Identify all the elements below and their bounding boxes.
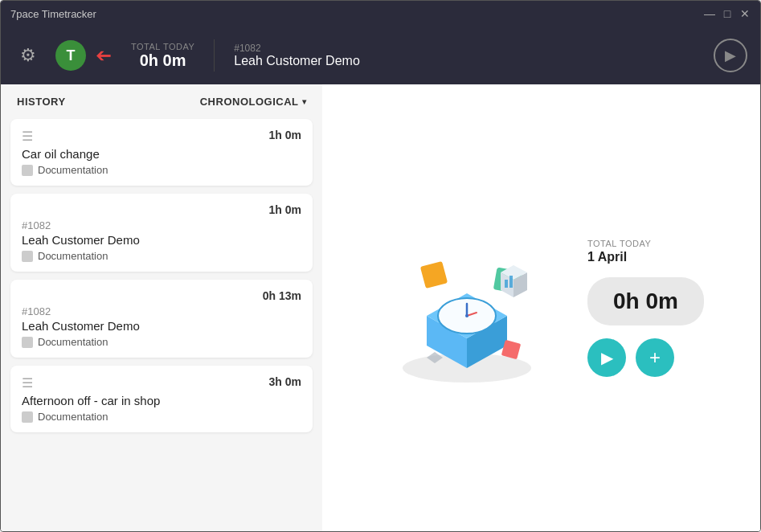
play-button[interactable]: ▶ [587,338,626,377]
stats-total-label: TOTAL TODAY [587,239,651,248]
add-button[interactable]: + [636,338,674,377]
sort-label: CHRONOLOGICAL [200,96,299,108]
history-item-top: 1h 0m [22,203,301,216]
svg-rect-9 [420,261,448,289]
sort-button[interactable]: CHRONOLOGICAL ▾ [200,96,306,108]
arrow-icon: ➔ [96,44,112,67]
history-item-title: Leah Customer Demo [22,319,301,333]
history-item-top: ☰ 1h 0m [22,129,301,144]
total-today-header: TOTAL TODAY 0h 0m [131,42,194,70]
close-button[interactable]: ✕ [739,8,751,19]
history-item-title: Car oil change [22,147,301,161]
list-item[interactable]: 0h 13m #1082 Leah Customer Demo Document… [10,280,313,358]
tag-color-swatch [22,251,33,262]
svg-rect-14 [505,280,508,288]
header-divider [214,39,215,72]
total-today-header-label: TOTAL TODAY [131,42,194,51]
svg-point-8 [465,314,468,317]
chevron-down-icon: ▾ [302,97,307,106]
avatar[interactable]: T [55,40,86,71]
history-item-tag: Documentation [22,336,301,348]
tag-label: Documentation [38,411,108,423]
svg-rect-15 [509,276,513,288]
history-item-duration: 1h 0m [269,129,301,141]
minimize-button[interactable]: — [704,8,715,19]
history-item-title: Afternoon off - car in shop [22,394,301,407]
right-panel: TOTAL TODAY 1 April 0h 0m ▶ + [322,84,760,531]
comment-icon: ☰ [22,129,33,144]
history-item-tag: Documentation [22,411,301,423]
maximize-button[interactable]: □ [722,8,733,19]
app-window: 7pace Timetracker — □ ✕ ⚙ T ➔ TOTAL TODA… [0,0,761,532]
history-item-id: #1082 [22,305,301,317]
header: ⚙ T ➔ TOTAL TODAY 0h 0m #1082 Leah Custo… [1,27,760,84]
tag-label: Documentation [38,336,108,348]
history-item-top: ☰ 3h 0m [22,375,301,391]
title-bar: 7pace Timetracker — □ ✕ [1,1,760,27]
tag-label: Documentation [38,250,108,262]
stats-panel: TOTAL TODAY 1 April 0h 0m ▶ + [587,239,704,377]
header-play-button[interactable]: ▶ [714,39,747,72]
current-task: #1082 Leah Customer Demo [234,43,701,68]
stats-date-section: TOTAL TODAY 1 April [587,239,651,264]
history-item-top: 0h 13m [22,289,301,302]
history-item-id: #1082 [22,219,301,231]
history-item-tag: Documentation [22,164,301,176]
history-label: HISTORY [17,96,66,108]
left-panel: HISTORY CHRONOLOGICAL ▾ ☰ 1h 0m Car oil … [1,84,322,531]
current-task-name: Leah Customer Demo [234,54,701,68]
right-content: TOTAL TODAY 1 April 0h 0m ▶ + [322,203,760,412]
add-icon: + [649,346,661,369]
history-list: ☰ 1h 0m Car oil change Documentation 1h … [1,116,322,531]
header-play-icon: ▶ [725,47,736,64]
window-controls: — □ ✕ [704,8,751,19]
settings-icon[interactable]: ⚙ [14,41,43,70]
tag-color-swatch [22,337,33,348]
history-item-duration: 0h 13m [263,289,301,302]
total-today-header-value: 0h 0m [140,51,186,70]
history-item-duration: 1h 0m [269,203,301,216]
stats-time-box: 0h 0m [587,277,704,325]
history-item-tag: Documentation [22,250,301,262]
stats-actions: ▶ + [587,338,674,377]
history-item-title: Leah Customer Demo [22,233,301,247]
tag-color-swatch [22,411,33,423]
stats-time: 0h 0m [613,289,678,313]
stats-date: 1 April [587,250,651,264]
list-item[interactable]: 1h 0m #1082 Leah Customer Demo Documenta… [10,194,313,272]
history-item-duration: 3h 0m [269,375,301,388]
illustration [378,219,555,396]
app-title: 7pace Timetracker [10,8,704,20]
list-item[interactable]: ☰ 3h 0m Afternoon off - car in shop Docu… [10,366,313,432]
current-task-id: #1082 [234,43,701,54]
comment-icon: ☰ [22,375,33,391]
play-icon: ▶ [601,348,613,367]
tag-color-swatch [22,165,33,176]
list-item[interactable]: ☰ 1h 0m Car oil change Documentation [10,119,313,186]
panel-header: HISTORY CHRONOLOGICAL ▾ [1,84,322,116]
tag-label: Documentation [38,164,108,176]
main-content: HISTORY CHRONOLOGICAL ▾ ☰ 1h 0m Car oil … [1,84,760,531]
